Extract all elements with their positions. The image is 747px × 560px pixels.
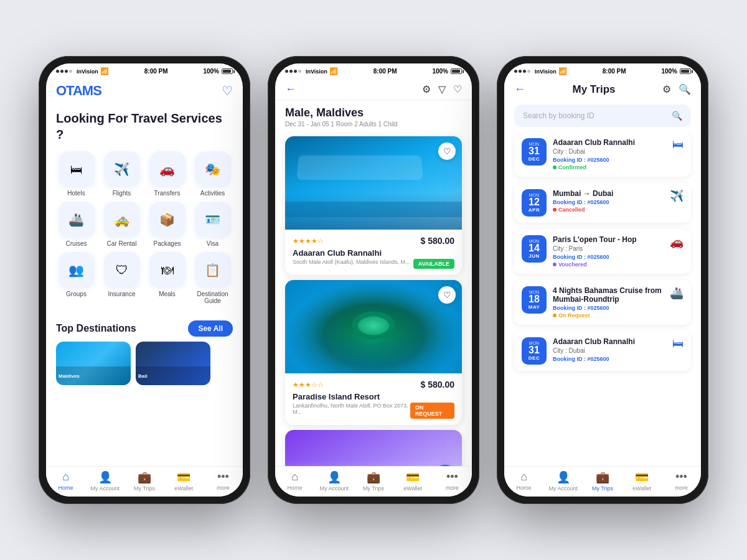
- nav-account-1[interactable]: 👤 My Account: [85, 470, 125, 492]
- visa-label: Visa: [207, 240, 218, 247]
- status-bar-2: InVision 📶 8:00 PM 100%: [275, 63, 472, 78]
- time-2: 8:00 PM: [374, 68, 397, 75]
- hotel-status-1: AVAILABLE: [413, 259, 454, 269]
- service-transfers[interactable]: 🚗 Transfers: [147, 151, 187, 197]
- nav-account-label-2: My Account: [320, 485, 349, 492]
- service-cruises[interactable]: 🚢 Cruises: [56, 202, 96, 247]
- wallet-icon-1: 💳: [177, 470, 190, 484]
- service-visa[interactable]: 🪪 Visa: [192, 202, 233, 247]
- location-title: Male, Maldives: [285, 106, 462, 119]
- more-icon-3: •••: [675, 470, 687, 483]
- trip-status-2: Vouchered: [553, 261, 664, 268]
- account-icon-1: 👤: [98, 470, 112, 484]
- nav-trips-3[interactable]: 💼 My Trips: [583, 470, 622, 492]
- hotel-card-1[interactable]: ♡ ★★★★☆ $ 580.00 Adaaran Club Rannalhi S…: [285, 136, 462, 275]
- nav-home-2[interactable]: ⌂ Home: [275, 470, 314, 492]
- nav-account-2[interactable]: 👤 My Account: [314, 470, 354, 492]
- hotel-name-2: Paradise Island Resort: [293, 392, 454, 401]
- nav-home-label-2: Home: [288, 485, 303, 491]
- filter-sliders-icon[interactable]: ⚙: [422, 83, 431, 95]
- carrier-1: InVision: [77, 68, 98, 75]
- phone3-header: ← My Trips ⚙ 🔍: [504, 78, 701, 101]
- hotels-label: Hotels: [67, 190, 85, 197]
- hotel-info-1: ★★★★☆ $ 580.00 Adaaran Club Rannalhi Sou…: [285, 230, 462, 275]
- see-all-button[interactable]: See All: [188, 320, 233, 337]
- settings-icon-3[interactable]: ⚙: [662, 83, 671, 95]
- battery-pct-3: 100%: [661, 68, 677, 75]
- packages-icon: 📦: [149, 202, 186, 238]
- hotel-image-2: ♡: [285, 280, 462, 373]
- hotel-favorite-1[interactable]: ♡: [438, 142, 456, 160]
- trip-weekday-0: MON: [527, 142, 542, 146]
- nav-more-2[interactable]: ••• more: [433, 470, 472, 492]
- hotel-card-2[interactable]: ♡ ★★★☆☆ $ 580.00 Paradise Island Resort …: [285, 280, 462, 425]
- nav-wallet-label-2: eWallet: [403, 485, 422, 492]
- nav-more-3[interactable]: ••• more: [662, 470, 701, 492]
- trip-city-2: City : Paris: [553, 245, 664, 252]
- trip-card-3[interactable]: MON 18 MAY 4 Nights Bahamas Cruise from …: [514, 280, 691, 325]
- search-icon-trips: 🔍: [672, 111, 682, 121]
- back-button-2[interactable]: ←: [285, 83, 296, 96]
- nav-wallet-2[interactable]: 💳 eWallet: [393, 470, 433, 492]
- trip-city-0: City : Dubai: [553, 148, 666, 155]
- service-hotels[interactable]: 🛏 Hotels: [56, 151, 96, 197]
- nav-trips-2[interactable]: 💼 My Trips: [354, 470, 393, 492]
- app-logo: OTAMS: [56, 83, 101, 99]
- nav-account-3[interactable]: 👤 My Account: [543, 470, 583, 492]
- phones-container: InVision 📶 8:00 PM 100% OTAMS ♡ Looking …: [26, 31, 721, 529]
- phone1-header: OTAMS ♡: [46, 78, 243, 103]
- destination-thumb-2[interactable]: Bali: [136, 342, 210, 385]
- trip-card-2[interactable]: MON 14 JUN Paris L'open Tour - Hop City …: [514, 229, 691, 274]
- trip-card-0[interactable]: MON 31 DEC Adaaran Club Rannalhi City : …: [514, 132, 691, 177]
- flights-icon: ✈️: [104, 151, 140, 187]
- nav-wallet-3[interactable]: 💳 eWallet: [622, 470, 662, 492]
- service-groups[interactable]: 👥 Groups: [56, 252, 96, 304]
- nav-trips-1[interactable]: 💼 My Trips: [125, 470, 164, 492]
- service-packages[interactable]: 📦 Packages: [147, 202, 187, 247]
- hotel-favorite-2[interactable]: ♡: [438, 286, 456, 304]
- destination-thumb-1[interactable]: Maldives: [56, 342, 131, 385]
- car-rental-icon: 🚕: [104, 202, 140, 238]
- status-dot-3: [553, 314, 557, 317]
- trip-card-1[interactable]: MON 12 APR Mumbai → Dubai Booking ID : #…: [514, 183, 691, 223]
- services-grid-row1: 🛏 Hotels ✈️ Flights 🚗 Transfers 🎭: [56, 151, 233, 197]
- search-bar-trips[interactable]: Search by booking ID 🔍: [514, 105, 691, 127]
- filter-funnel-icon[interactable]: ▽: [438, 83, 446, 95]
- phone-hotel-list: InVision 📶 8:00 PM 100% ← ⚙ ▽ ♡: [268, 56, 479, 504]
- nav-more-1[interactable]: ••• more: [204, 470, 243, 492]
- service-car-rental[interactable]: 🚕 Car Rental: [101, 202, 142, 247]
- trip-day-2: 14: [527, 243, 542, 253]
- trip-month-2: JUN: [527, 253, 542, 259]
- hotel-image-1: ♡: [285, 136, 462, 230]
- nav-home-1[interactable]: ⌂ Home: [46, 470, 85, 492]
- trip-weekday-4: MON: [527, 341, 542, 345]
- nav-home-3[interactable]: ⌂ Home: [504, 470, 543, 492]
- search-icon-3[interactable]: 🔍: [679, 83, 691, 95]
- service-activities[interactable]: 🎭 Activities: [192, 151, 233, 197]
- back-button-3[interactable]: ←: [514, 83, 525, 96]
- trip-icon-1: ✈️: [670, 189, 684, 203]
- trip-card-4[interactable]: MON 31 DEC Adaaran Club Rannalhi City : …: [514, 331, 691, 371]
- hotel-card-3[interactable]: 📍: [285, 430, 462, 466]
- service-flights[interactable]: ✈️ Flights: [101, 151, 142, 197]
- trip-name-1: Mumbai → Dubai: [553, 189, 664, 198]
- trip-name-0: Adaaran Club Rannalhi: [553, 138, 666, 147]
- trip-icon-2: 🚗: [670, 235, 684, 249]
- service-destination-guide[interactable]: 📋 Destination Guide: [192, 252, 233, 304]
- favorites-icon[interactable]: ♡: [222, 83, 233, 98]
- trip-name-2: Paris L'open Tour - Hop: [553, 235, 664, 244]
- trip-booking-0: Booking ID : #025600: [553, 157, 666, 163]
- status-bar-3: InVision 📶 8:00 PM 100%: [504, 63, 701, 78]
- nav-wallet-1[interactable]: 💳 eWallet: [164, 470, 204, 492]
- carrier-2: InVision: [306, 68, 327, 75]
- nav-wallet-label-1: eWallet: [174, 485, 193, 492]
- favorites-icon-2[interactable]: ♡: [453, 83, 462, 95]
- service-meals[interactable]: 🍽 Meals: [147, 252, 187, 304]
- status-dot-0: [553, 166, 557, 169]
- phone2-header: ← ⚙ ▽ ♡: [275, 78, 472, 100]
- header-icons-3: ⚙ 🔍: [662, 83, 691, 95]
- nav-account-label-1: My Account: [91, 485, 120, 492]
- service-insurance[interactable]: 🛡 Insurance: [101, 252, 142, 304]
- groups-icon: 👥: [59, 252, 95, 288]
- groups-label: Groups: [66, 291, 87, 297]
